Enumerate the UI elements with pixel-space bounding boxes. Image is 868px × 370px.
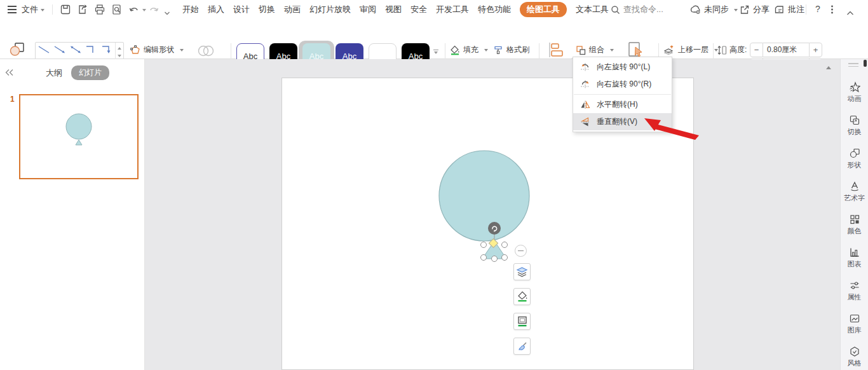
file-menu[interactable]: 文件	[22, 4, 44, 15]
connector-double-arrow-option[interactable]	[67, 43, 83, 57]
main-menu-icon[interactable]	[8, 6, 17, 13]
sidebar-item-wordart[interactable]: 艺术字	[841, 181, 868, 203]
menu-tab-devtools[interactable]: 开发工具	[436, 4, 469, 15]
style-hexagon-icon	[849, 346, 860, 357]
print-icon	[94, 4, 105, 15]
fill-bucket-icon	[450, 45, 460, 55]
chevron-down-icon	[484, 49, 488, 53]
menu-tab-slideshow[interactable]: 幻灯片放映	[309, 4, 351, 15]
menu-tab-drawing-tools-active[interactable]: 绘图工具	[520, 2, 567, 17]
resize-handle-bottom-right[interactable]	[501, 254, 508, 261]
rotate-handle[interactable]	[488, 222, 501, 235]
divider	[806, 4, 806, 15]
group-button[interactable]: 组合	[576, 45, 614, 55]
comment-icon	[774, 4, 785, 15]
format-painter-button[interactable]: 格式刷	[493, 45, 529, 55]
style-gallery-more-button[interactable]	[433, 50, 438, 56]
menu-tab-transition[interactable]: 切换	[259, 4, 275, 15]
more-options-button[interactable]	[831, 4, 834, 17]
fill-color-icon	[517, 291, 528, 303]
sidebar-item-animation[interactable]: 动画	[841, 81, 868, 104]
menu-tab-design[interactable]: 设计	[233, 4, 250, 15]
sidebar-item-gallery[interactable]: 图库	[841, 313, 868, 335]
canvas-scroll-up-button[interactable]	[826, 64, 831, 69]
edit-shape-icon	[130, 45, 140, 55]
print-preview-button[interactable]	[111, 4, 123, 18]
share-label: 分享	[753, 4, 770, 15]
menu-item-rotate-right-90[interactable]: 向右旋转 90°(R)	[573, 76, 672, 93]
menu-tab-special-features[interactable]: 特色功能	[478, 4, 511, 15]
sidebar-item-colors[interactable]: 颜色	[841, 214, 868, 236]
menu-tab-insert[interactable]: 插入	[208, 4, 224, 15]
redo-icon	[148, 4, 159, 15]
chevron-down-icon	[180, 49, 184, 53]
color-grid-icon	[849, 214, 860, 225]
image-icon	[849, 313, 860, 324]
quick-layer-button[interactable]	[513, 263, 531, 280]
undo-button[interactable]	[128, 4, 146, 15]
comment-button[interactable]: 批注	[774, 4, 804, 15]
bring-forward-button[interactable]: 上移一层	[663, 45, 718, 55]
menu-tab-animation[interactable]: 动画	[284, 4, 301, 15]
sidebar-item-properties[interactable]: 属性	[841, 280, 868, 302]
window-scrollbar-thumb[interactable]	[864, 60, 867, 67]
sidebar-item-style[interactable]: 风格	[841, 346, 868, 368]
sync-status-button[interactable]: 未同步	[689, 4, 738, 15]
menu-item-rotate-left-90[interactable]: 向左旋转 90°(L)	[573, 58, 672, 76]
print-button[interactable]	[94, 4, 105, 18]
chevron-down-icon	[734, 9, 738, 13]
sidebar-item-shapes[interactable]: 形状	[841, 147, 868, 170]
gallery-scroll-up-button[interactable]	[116, 43, 123, 52]
sidebar-item-transition[interactable]: 切换	[841, 114, 868, 137]
menu-item-flip-horizontal[interactable]: 水平翻转(H)	[573, 96, 672, 113]
collapse-panel-button[interactable]	[5, 67, 14, 79]
slide-thumbnail-selected[interactable]	[19, 94, 139, 179]
connector-line-option[interactable]	[36, 43, 51, 57]
save-icon	[60, 4, 71, 15]
sidebar-item-charts[interactable]: 图表	[841, 247, 868, 269]
redo-button[interactable]	[148, 4, 159, 18]
menu-tab-home[interactable]: 开始	[182, 4, 199, 15]
chevron-down-icon	[41, 9, 44, 13]
shapes-button[interactable]	[9, 42, 25, 60]
edit-shape-button[interactable]: 编辑形状	[130, 45, 184, 55]
customize-qat-button[interactable]	[164, 7, 170, 18]
sidebar-drag-handle[interactable]	[848, 63, 858, 67]
help-button[interactable]: ?	[815, 4, 820, 14]
height-input[interactable]: 0.80厘米	[763, 43, 809, 57]
resize-handle-bottom-middle[interactable]	[491, 256, 498, 262]
height-increase-button[interactable]: +	[809, 43, 822, 57]
share-icon	[739, 4, 750, 15]
connector-arrow-option[interactable]	[51, 43, 67, 57]
menu-tab-review[interactable]: 审阅	[360, 4, 376, 15]
elbow-connector-option[interactable]	[83, 43, 99, 57]
chevron-down-icon	[164, 11, 170, 16]
resize-handle-bottom-left[interactable]	[480, 254, 487, 261]
search-command-box[interactable]: 查找命令...	[611, 4, 663, 15]
quick-fill-button[interactable]	[513, 288, 531, 305]
quick-outline-button[interactable]	[513, 313, 531, 330]
resize-handle-top-right[interactable]	[501, 242, 508, 248]
brush-icon	[517, 341, 528, 352]
chevron-up-icon	[846, 11, 854, 16]
collapse-quick-toolbar-button[interactable]	[515, 245, 527, 257]
quick-style-button[interactable]	[513, 338, 531, 355]
tab-slides-active[interactable]: 幻灯片	[71, 65, 109, 80]
save-button[interactable]	[60, 4, 71, 18]
tab-outline[interactable]: 大纲	[46, 67, 62, 79]
format-painter-icon	[493, 45, 503, 55]
export-button[interactable]	[77, 4, 88, 18]
resize-handle-top-left[interactable]	[480, 242, 487, 248]
rotate-right-icon	[580, 79, 591, 90]
collapse-ribbon-button[interactable]	[846, 7, 854, 18]
height-decrease-button[interactable]: −	[750, 43, 763, 57]
menu-tab-security[interactable]: 安全	[410, 4, 427, 15]
elbow-arrow-connector-option[interactable]	[99, 43, 115, 57]
height-stepper: − 0.80厘米 +	[750, 43, 822, 57]
align-button[interactable]	[548, 42, 564, 60]
menu-tab-view[interactable]: 视图	[385, 4, 402, 15]
flip-vertical-icon	[580, 117, 591, 127]
fill-button[interactable]: 填充	[450, 45, 488, 55]
menu-tab-text-tools[interactable]: 文本工具	[576, 4, 609, 15]
share-button[interactable]: 分享	[739, 4, 770, 15]
